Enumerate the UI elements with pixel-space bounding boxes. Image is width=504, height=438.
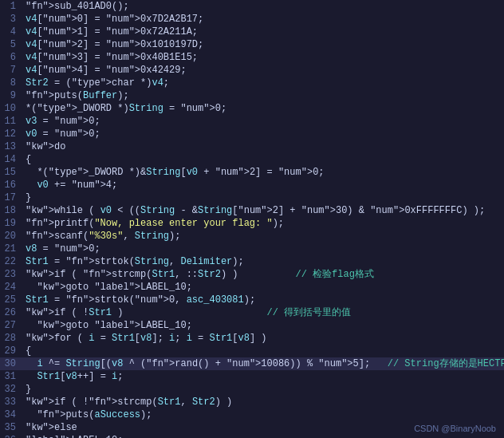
line-code: "kw">while ( v0 < ((String - &String["nu… — [22, 204, 504, 217]
line-number: 30 — [0, 357, 22, 370]
line-number: 7 — [0, 64, 22, 77]
line-code: v4["num">2] = "num">0x1010197D; — [22, 38, 504, 51]
line-code: *("type">_DWORD *)&String[v0 + "num">2] … — [22, 166, 504, 179]
table-row: 11v3 = "num">0; — [0, 115, 504, 128]
table-row: 25Str1 = "fn">strtok("num">0, asc_403081… — [0, 294, 504, 306]
table-row: 4v4["num">1] = "num">0x72A211A; — [0, 26, 504, 38]
line-number: 6 — [0, 51, 22, 64]
table-row: 26"kw">if ( !Str1 ) // 得到括号里的值 — [0, 306, 504, 319]
line-number: 27 — [0, 319, 22, 332]
line-number: 5 — [0, 38, 22, 51]
line-number: 26 — [0, 306, 22, 319]
line-number: 3 — [0, 13, 22, 26]
line-code: v4["num">4] = "num">0x42429; — [22, 64, 504, 77]
table-row: 1"fn">sub_401AD0(); — [0, 0, 504, 13]
line-code: "fn">sub_401AD0(); — [22, 0, 504, 13]
table-row: 19"fn">printf("Now, please enter your fl… — [0, 217, 504, 230]
table-row: 7v4["num">4] = "num">0x42429; — [0, 64, 504, 77]
line-number: 22 — [0, 255, 22, 268]
line-code: v4["num">1] = "num">0x72A211A; — [22, 26, 504, 38]
line-number: 10 — [0, 102, 22, 115]
line-number: 25 — [0, 294, 22, 306]
line-number: 16 — [0, 179, 22, 191]
table-row: 32} — [0, 383, 504, 396]
table-row: 14{ — [0, 153, 504, 166]
table-row: 33"kw">if ( !"fn">strcmp(Str1, Str2) ) — [0, 396, 504, 408]
line-number: 14 — [0, 153, 22, 166]
line-number: 32 — [0, 383, 22, 396]
table-row: 3v4["num">0] = "num">0x7D2A2B17; — [0, 13, 504, 26]
table-row: 18"kw">while ( v0 < ((String - &String["… — [0, 204, 504, 217]
line-code: Str1 = "fn">strtok("num">0, asc_403081); — [22, 294, 504, 306]
table-row: 16 v0 += "num">4; — [0, 179, 504, 191]
code-table: 1"fn">sub_401AD0();3v4["num">0] = "num">… — [0, 0, 504, 438]
watermark: CSDN @BinaryNoob — [414, 424, 496, 433]
line-code: "fn">scanf("%30s", String); — [22, 230, 504, 243]
table-row: 8Str2 = ("type">char *)v4; — [0, 77, 504, 89]
line-code: "kw">goto "label">LABEL_10; — [22, 319, 504, 332]
line-code: "kw">if ( !Str1 ) // 得到括号里的值 — [22, 306, 504, 319]
table-row: 5v4["num">2] = "num">0x1010197D; — [0, 38, 504, 51]
line-code: i ^= String[(v8 ^ ("fn">rand() + "num">1… — [22, 357, 504, 370]
line-number: 1 — [0, 0, 22, 13]
table-row: 12v0 = "num">0; — [0, 128, 504, 140]
line-code: v8 = "num">0; — [22, 243, 504, 255]
line-number: 18 — [0, 204, 22, 217]
table-row: 30 i ^= String[(v8 ^ ("fn">rand() + "num… — [0, 357, 504, 370]
table-row: 31 Str1[v8++] = i; — [0, 370, 504, 383]
table-row: 9"fn">puts(Buffer); — [0, 89, 504, 102]
line-number: 28 — [0, 332, 22, 345]
table-row: 23"kw">if ( "fn">strcmp(Str1, ::Str2) ) … — [0, 268, 504, 281]
line-number: 20 — [0, 230, 22, 243]
line-code: v4["num">0] = "num">0x7D2A2B17; — [22, 13, 504, 26]
line-code: "fn">puts(aSuccess); — [22, 408, 504, 421]
table-row: 20"fn">scanf("%30s", String); — [0, 230, 504, 243]
line-number: 17 — [0, 191, 22, 204]
table-row: 22Str1 = "fn">strtok(String, Delimiter); — [0, 255, 504, 268]
line-number: 36 — [0, 434, 22, 438]
line-number: 8 — [0, 77, 22, 89]
table-row: 27 "kw">goto "label">LABEL_10; — [0, 319, 504, 332]
code-container: 1"fn">sub_401AD0();3v4["num">0] = "num">… — [0, 0, 504, 438]
line-code: "fn">puts(Buffer); — [22, 89, 504, 102]
line-number: 31 — [0, 370, 22, 383]
table-row: 34 "fn">puts(aSuccess); — [0, 408, 504, 421]
line-code: "fn">printf("Now, please enter your flag… — [22, 217, 504, 230]
line-number: 33 — [0, 396, 22, 408]
table-row: 28"kw">for ( i = Str1[v8]; i; i = Str1[v… — [0, 332, 504, 345]
table-row: 17} — [0, 191, 504, 204]
table-row: 24 "kw">goto "label">LABEL_10; — [0, 281, 504, 294]
line-number: 12 — [0, 128, 22, 140]
line-code: "label">LABEL_10: — [22, 434, 504, 438]
line-code: } — [22, 191, 504, 204]
table-row: 21v8 = "num">0; — [0, 243, 504, 255]
table-row: 13"kw">do — [0, 140, 504, 153]
line-code: v0 = "num">0; — [22, 128, 504, 140]
line-code: "kw">if ( !"fn">strcmp(Str1, Str2) ) — [22, 396, 504, 408]
line-code: Str1[v8++] = i; — [22, 370, 504, 383]
line-code: { — [22, 345, 504, 357]
line-code: "kw">goto "label">LABEL_10; — [22, 281, 504, 294]
line-code: Str2 = ("type">char *)v4; — [22, 77, 504, 89]
line-number: 9 — [0, 89, 22, 102]
table-row: 10*("type">_DWORD *)String = "num">0; — [0, 102, 504, 115]
line-number: 19 — [0, 217, 22, 230]
line-number: 24 — [0, 281, 22, 294]
line-number: 4 — [0, 26, 22, 38]
line-number: 34 — [0, 408, 22, 421]
line-number: 11 — [0, 115, 22, 128]
table-row: 36"label">LABEL_10: — [0, 434, 504, 438]
line-number: 21 — [0, 243, 22, 255]
line-number: 13 — [0, 140, 22, 153]
table-row: 15 *("type">_DWORD *)&String[v0 + "num">… — [0, 166, 504, 179]
line-number: 35 — [0, 421, 22, 434]
line-code: } — [22, 383, 504, 396]
table-row: 6v4["num">3] = "num">0x40B1E15; — [0, 51, 504, 64]
line-code: v4["num">3] = "num">0x40B1E15; — [22, 51, 504, 64]
line-code: Str1 = "fn">strtok(String, Delimiter); — [22, 255, 504, 268]
line-code: "kw">do — [22, 140, 504, 153]
line-number: 29 — [0, 345, 22, 357]
line-number: 23 — [0, 268, 22, 281]
line-code: { — [22, 153, 504, 166]
line-code: v0 += "num">4; — [22, 179, 504, 191]
